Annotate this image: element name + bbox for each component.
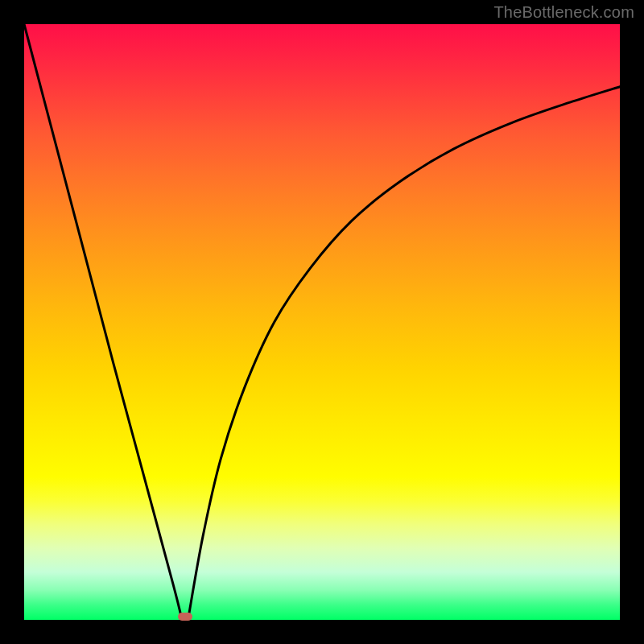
watermark-text: TheBottleneck.com — [493, 3, 634, 22]
curve-layer — [24, 24, 620, 620]
curve-right-branch — [188, 87, 621, 620]
plot-area — [24, 24, 620, 620]
curve-left-branch — [24, 24, 182, 620]
minimum-marker — [178, 613, 192, 621]
chart-frame: TheBottleneck.com — [0, 0, 644, 644]
